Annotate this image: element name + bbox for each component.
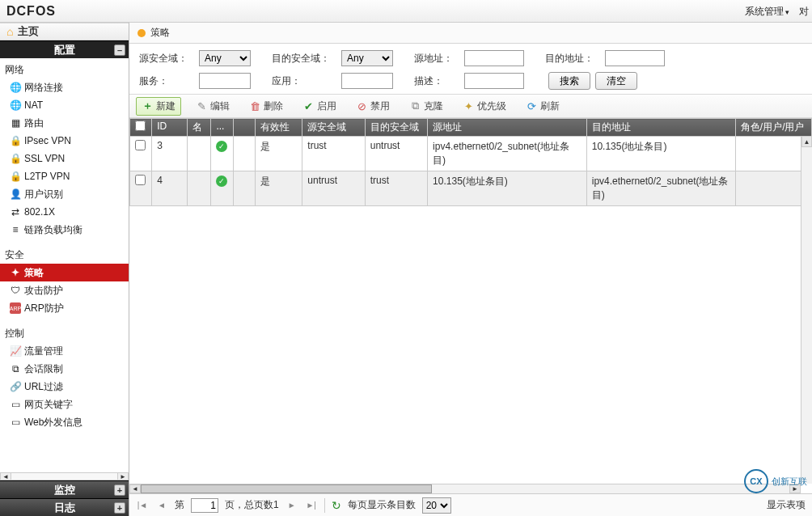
select-all-checkbox[interactable] [135,121,146,131]
page-input[interactable] [191,498,218,513]
filter-app-label: 应用： [269,74,336,88]
sidebar-item-icon: 🌐 [10,82,21,93]
reload-icon[interactable]: ↻ [332,499,341,512]
sidebar-item[interactable]: 📈流量管理 [0,342,129,360]
filter-dstaddr-input[interactable] [605,50,665,66]
grid-wrap: ID 名 ... 有效性 源安全域 目的安全域 源地址 目的地址 角色/用户/用… [129,118,812,493]
disable-button[interactable]: ⊘禁用 [351,98,395,115]
sidebar-item[interactable]: 🔗URL过滤 [0,378,129,395]
collapse-icon[interactable]: – [114,44,125,56]
sidebar-item-icon: ▭ [10,417,21,428]
top-bar: DCFOS 系统管理 对 [0,0,812,23]
prev-page-button[interactable]: ◄ [155,499,168,512]
main-panel: 策略 源安全域： Any 目的安全域： Any 源地址： 目的地址： 服务： 应… [129,23,812,516]
expand-icon[interactable]: + [114,484,125,496]
sidebar-item[interactable]: ✦策略 [0,264,129,281]
col-valid[interactable]: 有效性 [255,119,302,137]
refresh-icon: ⟳ [526,100,537,112]
sidebar-item-label: Web外发信息 [24,416,82,429]
sidebar-item[interactable]: ⧉会话限制 [0,360,129,378]
sidebar-item[interactable]: ▦路由 [0,114,129,132]
sidebar-item[interactable]: 🌐网络连接 [0,78,129,96]
scroll-up-icon[interactable]: ▲ [801,136,812,147]
filter-desc-input[interactable] [464,73,524,89]
filter-srczone-select[interactable]: Any [199,50,251,66]
clone-button[interactable]: ⧉克隆 [404,98,448,115]
col-more[interactable]: ... [211,119,233,137]
filter-dstzone-select[interactable]: Any [341,50,393,66]
sidebar-home-label: 主页 [18,24,39,39]
scroll-left-icon[interactable]: ◄ [0,472,11,480]
sidebar-item-icon: ✦ [10,267,21,278]
col-name[interactable]: 名 [188,119,211,137]
first-page-button[interactable]: |◄ [136,499,149,512]
table-row[interactable]: 3✓是trustuntrustipv4.ethernet0/2_subnet(地… [130,137,812,171]
sidebar-item[interactable]: 🌐NAT [0,96,129,114]
sidebar-item[interactable]: ≡链路负载均衡 [0,221,129,239]
search-button[interactable]: 搜索 [548,72,590,90]
sidebar-item-label: 攻击防护 [24,284,63,298]
delete-button[interactable]: 🗑删除 [244,98,288,115]
scroll-right-icon[interactable]: ► [789,484,801,493]
table-header-row: ID 名 ... 有效性 源安全域 目的安全域 源地址 目的地址 角色/用户/用… [130,119,812,137]
sidebar-hscroll[interactable]: ◄ ► [0,472,129,480]
sidebar-home[interactable]: ⌂ 主页 [0,23,129,40]
col-dstzone[interactable]: 目的安全域 [365,119,427,137]
new-button[interactable]: ＋新建 [136,97,181,116]
sidebar-item[interactable]: 🔒L2TP VPN [0,167,129,185]
crumb-label: 策略 [150,26,170,40]
sidebar-item-label: 路由 [24,116,44,130]
enable-button[interactable]: ✔启用 [298,98,341,115]
sidebar-item[interactable]: 👤用户识别 [0,185,129,203]
per-page-select[interactable]: 20 [422,497,451,514]
sidebar-item[interactable]: 🔒IPsec VPN [0,132,129,150]
cell-id: 4 [152,171,188,206]
clear-button[interactable]: 清空 [595,72,637,90]
cell-dstzone: trust [365,171,427,206]
sidebar-item[interactable]: ARPARP防护 [0,299,129,317]
col-saddr[interactable]: 源地址 [428,119,587,137]
sidebar-section-config[interactable]: 配置 – [0,40,129,58]
hscroll-thumb[interactable] [141,484,432,493]
filter-srcaddr-input[interactable] [464,50,524,66]
home-icon: ⌂ [6,25,13,38]
filter-app-input[interactable] [341,73,393,89]
sidebar-item-icon: 🛡 [10,285,21,296]
plus-icon: ＋ [142,100,153,112]
filter-service-input[interactable] [199,73,251,89]
cell-daddr: 10.135(地址条目) [586,137,735,171]
next-page-button[interactable]: ► [285,499,298,512]
priority-button[interactable]: ✦优先级 [458,98,511,115]
scroll-right-icon[interactable]: ► [117,472,129,480]
row-checkbox[interactable] [135,140,146,150]
sidebar-item-label: L2TP VPN [24,171,70,182]
row-checkbox[interactable] [135,175,146,185]
col-role[interactable]: 角色/用户/用户 [735,119,811,137]
scroll-left-icon[interactable]: ◄ [129,484,141,493]
sidebar-group-title: 安全 [0,247,129,264]
sidebar-item-label: 会话限制 [24,362,63,376]
ok-icon: ✓ [216,176,227,187]
table-row[interactable]: 4✓是untrusttrust10.135(地址条目)ipv4.ethernet… [130,171,812,206]
col-checkbox[interactable] [130,119,152,137]
sys-admin-menu[interactable]: 系统管理 [745,5,789,19]
last-page-button[interactable]: ►| [305,499,318,512]
sidebar-section-log[interactable]: 日志 + [0,498,129,516]
sidebar-section-monitor[interactable]: 监控 + [0,480,129,498]
cell-id: 3 [152,137,188,171]
sidebar-item[interactable]: 🔒SSL VPN [0,150,129,167]
sidebar-item[interactable]: ⇄802.1X [0,203,129,221]
grid-hscroll[interactable]: ◄ ► [129,484,801,493]
refresh-button[interactable]: ⟳刷新 [521,98,565,115]
col-srczone[interactable]: 源安全域 [302,119,365,137]
expand-icon[interactable]: + [114,502,125,514]
col-daddr[interactable]: 目的地址 [586,119,735,137]
edit-button[interactable]: ✎编辑 [191,98,235,115]
check-icon: ✔ [302,100,314,112]
sidebar-item[interactable]: ▭网页关键字 [0,395,129,413]
col-id[interactable]: ID [152,119,188,137]
object-menu-cut[interactable]: 对 [799,5,809,19]
grid-vscroll[interactable]: ▲ [801,136,812,484]
sidebar-item[interactable]: ▭Web外发信息 [0,413,129,431]
sidebar-item[interactable]: 🛡攻击防护 [0,281,129,299]
